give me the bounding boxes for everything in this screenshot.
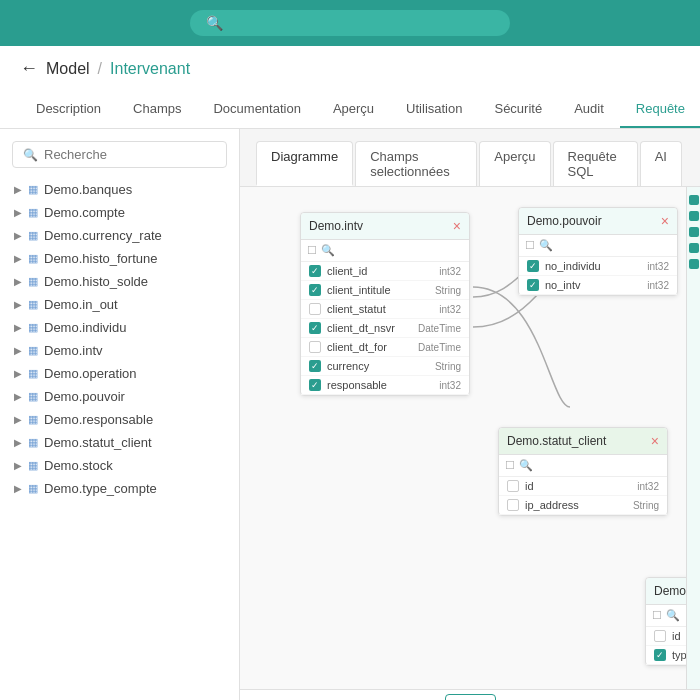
field-check[interactable]: ✓: [309, 265, 321, 277]
table-icon: ▦: [28, 367, 38, 380]
right-btn-4[interactable]: [689, 243, 699, 253]
field-check-empty[interactable]: [654, 630, 666, 642]
entity-intv-title: Demo.intv: [309, 219, 363, 233]
search-icon: 🔍: [321, 244, 335, 257]
sidebar-search-container: 🔍: [12, 141, 227, 168]
list-item[interactable]: ▶ ▦ Demo.in_out: [12, 293, 227, 316]
entity-field: ✓ no_individu int32: [519, 257, 677, 276]
field-check[interactable]: ✓: [309, 379, 321, 391]
subtab-diagramme[interactable]: Diagramme: [256, 141, 353, 186]
table-icon: ▦: [28, 413, 38, 426]
list-item[interactable]: ▶ ▦ Demo.intv: [12, 339, 227, 362]
field-check-empty[interactable]: [507, 480, 519, 492]
table-icon: ▦: [28, 344, 38, 357]
search-icon: 🔍: [539, 239, 553, 252]
sidebar: 🔍 ▶ ▦ Demo.banques ▶ ▦ Demo.compte ▶ ▦ D…: [0, 129, 240, 700]
list-item[interactable]: ▶ ▦ Demo.stock: [12, 454, 227, 477]
field-check[interactable]: ✓: [309, 360, 321, 372]
global-search-container: 🔍: [190, 10, 510, 36]
subtab-ai[interactable]: AI: [640, 141, 682, 186]
field-check-empty[interactable]: [309, 341, 321, 353]
entity-field: id int32: [499, 477, 667, 496]
tab-champs[interactable]: Champs: [117, 91, 197, 128]
content-area: Diagramme Champs selectionnées Aperçu Re…: [240, 129, 700, 700]
field-check-empty[interactable]: [507, 499, 519, 511]
entity-field: ✓ client_id int32: [301, 262, 469, 281]
entity-field: client_dt_for DateTime: [301, 338, 469, 357]
table-icon: ▦: [28, 183, 38, 196]
table-icon: ▦: [28, 206, 38, 219]
field-check[interactable]: ✓: [654, 649, 666, 661]
field-check[interactable]: ✓: [309, 284, 321, 296]
entity-statut-search-input[interactable]: [537, 460, 661, 472]
entity-field: ✓ no_intv int32: [519, 276, 677, 295]
right-btn-2[interactable]: [689, 211, 699, 221]
entity-intv-search-input[interactable]: [339, 245, 463, 257]
tab-description[interactable]: Description: [20, 91, 117, 128]
list-item[interactable]: ▶ ▦ Demo.individu: [12, 316, 227, 339]
subtab-apercu[interactable]: Aperçu: [479, 141, 550, 186]
right-btn-3[interactable]: [689, 227, 699, 237]
subtab-requete-sql[interactable]: Requête SQL: [553, 141, 638, 186]
sub-tabs: Diagramme Champs selectionnées Aperçu Re…: [240, 129, 700, 187]
list-item[interactable]: ▶ ▦ Demo.banques: [12, 178, 227, 201]
entity-field: ✓ currency String: [301, 357, 469, 376]
bottom-action-button[interactable]: ▶: [445, 694, 496, 701]
subtab-champs-selectionnees[interactable]: Champs selectionnées: [355, 141, 477, 186]
entity-pouvoir: Demo.pouvoir × ☐ 🔍 ✓ no_individu int32 ✓…: [518, 207, 678, 296]
bottom-bar: ▶: [240, 689, 700, 700]
list-item[interactable]: ▶ ▦ Demo.currency_rate: [12, 224, 227, 247]
table-icon: ▦: [28, 275, 38, 288]
right-btn-5[interactable]: [689, 259, 699, 269]
entity-statut-client-header: Demo.statut_client ×: [499, 428, 667, 455]
sidebar-search-input[interactable]: [44, 147, 216, 162]
back-button[interactable]: ←: [20, 58, 38, 79]
list-item[interactable]: ▶ ▦ Demo.pouvoir: [12, 385, 227, 408]
field-check[interactable]: ✓: [527, 279, 539, 291]
right-btn-1[interactable]: [689, 195, 699, 205]
list-item[interactable]: ▶ ▦ Demo.type_compte: [12, 477, 227, 500]
entity-statut-client: Demo.statut_client × ☐ 🔍 id int32 ip_add…: [498, 427, 668, 516]
entity-intv-header: Demo.intv ×: [301, 213, 469, 240]
list-item[interactable]: ▶ ▦ Demo.statut_client: [12, 431, 227, 454]
search-icon: 🔍: [519, 459, 533, 472]
tab-utilisation[interactable]: Utilisation: [390, 91, 478, 128]
tab-requete[interactable]: Requête: [620, 91, 700, 128]
field-check-empty[interactable]: [309, 303, 321, 315]
search-icon: 🔍: [666, 609, 680, 622]
global-search-input[interactable]: [231, 15, 494, 31]
nav-tabs: Description Champs Documentation Aperçu …: [0, 91, 700, 129]
entity-field: ✓ client_intitule String: [301, 281, 469, 300]
entity-pouvoir-title: Demo.pouvoir: [527, 214, 602, 228]
tab-apercu[interactable]: Aperçu: [317, 91, 390, 128]
list-item[interactable]: ▶ ▦ Demo.histo_fortune: [12, 247, 227, 270]
entity-pouvoir-close[interactable]: ×: [661, 213, 669, 229]
table-icon: ▦: [28, 229, 38, 242]
entity-intv-search: ☐ 🔍: [301, 240, 469, 262]
entity-statut-client-title: Demo.statut_client: [507, 434, 606, 448]
list-item[interactable]: ▶ ▦ Demo.operation: [12, 362, 227, 385]
table-icon: ▦: [28, 436, 38, 449]
entity-intv: Demo.intv × ☐ 🔍 ✓ client_id int32 ✓ clie…: [300, 212, 470, 396]
entity-field: ✓ client_dt_nsvr DateTime: [301, 319, 469, 338]
entity-statut-client-search: ☐ 🔍: [499, 455, 667, 477]
tab-securite[interactable]: Sécurité: [478, 91, 558, 128]
main-content: 🔍 ▶ ▦ Demo.banques ▶ ▦ Demo.compte ▶ ▦ D…: [0, 129, 700, 700]
entity-pouvoir-search-input[interactable]: [557, 240, 671, 252]
table-icon: ▦: [28, 390, 38, 403]
field-check[interactable]: ✓: [527, 260, 539, 272]
tab-audit[interactable]: Audit: [558, 91, 620, 128]
entity-intv-close[interactable]: ×: [453, 218, 461, 234]
list-item[interactable]: ▶ ▦ Demo.responsable: [12, 408, 227, 431]
right-sidebar: [686, 187, 700, 689]
table-icon: ▦: [28, 321, 38, 334]
list-item[interactable]: ▶ ▦ Demo.compte: [12, 201, 227, 224]
breadcrumb: ← Model / Intervenant: [0, 46, 700, 91]
tab-documentation[interactable]: Documentation: [197, 91, 316, 128]
table-icon: ▦: [28, 298, 38, 311]
table-icon: ▦: [28, 482, 38, 495]
diagram-area[interactable]: Demo.intv × ☐ 🔍 ✓ client_id int32 ✓ clie…: [240, 187, 700, 689]
entity-statut-client-close[interactable]: ×: [651, 433, 659, 449]
list-item[interactable]: ▶ ▦ Demo.histo_solde: [12, 270, 227, 293]
field-check[interactable]: ✓: [309, 322, 321, 334]
